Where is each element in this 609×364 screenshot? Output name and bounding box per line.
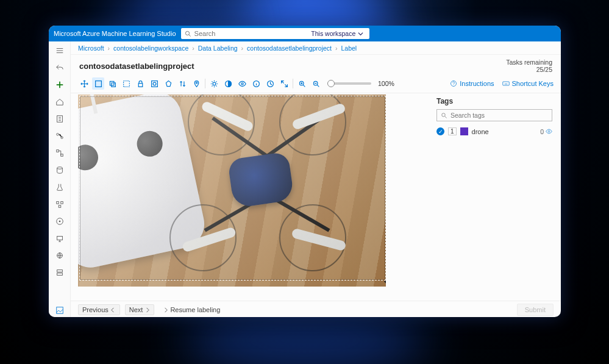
breadcrumb-item[interactable]: Label (341, 45, 357, 52)
selection-icon[interactable] (148, 77, 160, 90)
help-icon (450, 80, 457, 87)
info-icon[interactable] (250, 77, 262, 90)
sort-icon[interactable] (176, 77, 188, 90)
hamburger-menu-icon[interactable] (53, 44, 66, 57)
tasks-remaining: Tasks remaining 25/25 (506, 59, 552, 73)
plus-icon[interactable] (53, 78, 66, 91)
zoom-slider-thumb[interactable] (327, 80, 335, 87)
project-title: contosodatasetlabelingproject (79, 62, 194, 71)
contrast-icon[interactable] (222, 77, 234, 90)
svg-rect-18 (95, 80, 101, 87)
svg-rect-19 (110, 81, 114, 85)
project-header: contosodatasetlabelingproject Tasks rema… (71, 55, 561, 76)
breadcrumb-item[interactable]: contosolabelingworkspace (113, 45, 188, 52)
clock-icon[interactable] (264, 77, 276, 90)
instructions-label: Instructions (460, 80, 494, 87)
tags-heading: Tags (436, 97, 552, 105)
svg-rect-21 (123, 80, 129, 87)
svg-point-3 (56, 134, 59, 136)
search-icon (441, 112, 447, 119)
global-search[interactable]: This workspace (181, 28, 370, 39)
chevron-right-icon (163, 307, 168, 313)
tags-panel: Tags ✓ 1 drone 0 (433, 93, 561, 301)
tasks-remaining-count: 25/25 (506, 66, 552, 73)
svg-point-12 (59, 221, 60, 223)
experiment-icon[interactable] (53, 180, 66, 194)
svg-rect-34 (502, 82, 509, 85)
chevron-down-icon (358, 31, 363, 37)
shortcut-keys-link[interactable]: Shortcut Keys (502, 80, 554, 87)
previous-button[interactable]: Previous (78, 304, 120, 315)
lock-icon[interactable] (134, 77, 146, 90)
tag-color-swatch (460, 127, 468, 135)
svg-rect-22 (138, 83, 143, 87)
svg-rect-8 (56, 202, 59, 204)
visibility-icon[interactable] (236, 77, 248, 90)
models-icon[interactable] (53, 198, 66, 211)
zoom-in-icon[interactable] (296, 77, 308, 90)
environments-icon[interactable] (53, 249, 66, 262)
eye-icon[interactable] (546, 128, 552, 135)
zoom-slider[interactable] (327, 82, 371, 85)
svg-line-1 (188, 34, 190, 36)
svg-point-28 (241, 82, 243, 84)
datastores-icon[interactable] (53, 266, 66, 279)
resume-labeling-button[interactable]: Resume labeling (159, 305, 224, 315)
instructions-link[interactable]: Instructions (450, 80, 494, 87)
polygon-icon[interactable] (162, 77, 174, 90)
chevron-right-icon (144, 307, 150, 313)
svg-rect-23 (151, 80, 157, 87)
compute-icon[interactable] (53, 232, 66, 245)
data-labeling-icon[interactable] (53, 304, 66, 317)
labeling-canvas-area (71, 93, 433, 301)
template-icon[interactable] (120, 77, 132, 90)
svg-rect-5 (56, 150, 59, 152)
left-nav-rail (49, 41, 71, 317)
bounding-box[interactable] (79, 96, 386, 280)
svg-rect-10 (59, 205, 61, 208)
chevron-left-icon (110, 307, 116, 313)
svg-rect-6 (60, 154, 63, 157)
next-button[interactable]: Next (125, 304, 155, 315)
automl-icon[interactable] (53, 129, 66, 143)
endpoints-icon[interactable] (53, 215, 66, 228)
svg-line-36 (445, 116, 447, 118)
move-tool-icon[interactable] (78, 77, 90, 90)
zoom-out-icon[interactable] (310, 77, 322, 90)
point-tool-icon[interactable] (190, 77, 202, 90)
svg-rect-15 (57, 270, 62, 273)
search-icon (185, 30, 191, 37)
breadcrumb: Microsoft› contosolabelingworkspace› Dat… (71, 41, 561, 55)
svg-point-0 (185, 31, 189, 35)
notebook-icon[interactable] (53, 112, 66, 126)
pipeline-icon[interactable] (53, 146, 66, 160)
svg-rect-16 (57, 273, 62, 276)
tag-item[interactable]: ✓ 1 drone 0 (436, 127, 552, 135)
tags-search-input[interactable] (451, 112, 548, 119)
dataset-icon[interactable] (53, 163, 66, 177)
copy-icon[interactable] (106, 77, 118, 90)
shortcuts-label: Shortcut Keys (512, 80, 554, 87)
keyboard-icon (502, 80, 510, 87)
breadcrumb-item[interactable]: Microsoft (78, 45, 104, 52)
expand-icon[interactable] (278, 77, 290, 90)
tag-selected-icon[interactable]: ✓ (436, 127, 444, 135)
bounding-box-tool-icon[interactable] (92, 77, 104, 90)
labeling-toolbar: 100% Instructions Shortcut Keys (71, 76, 561, 93)
svg-point-35 (442, 113, 446, 116)
search-input[interactable] (194, 30, 306, 37)
breadcrumb-item[interactable]: contosodatasetlabelingproject (247, 45, 332, 52)
breadcrumb-item[interactable]: Data Labeling (198, 45, 238, 52)
tags-search[interactable] (436, 109, 552, 121)
tasks-remaining-label: Tasks remaining (506, 59, 552, 66)
brightness-icon[interactable] (208, 77, 220, 90)
submit-button[interactable]: Submit (517, 304, 554, 316)
tag-shortcut-number: 1 (448, 127, 457, 135)
svg-point-25 (196, 82, 197, 83)
search-scope-label: This workspace (311, 30, 355, 37)
home-icon[interactable] (53, 95, 66, 109)
tag-count: 0 (540, 128, 552, 135)
search-scope-dropdown[interactable]: This workspace (308, 30, 366, 37)
undo-icon[interactable] (53, 61, 66, 74)
image-canvas[interactable] (78, 95, 386, 287)
